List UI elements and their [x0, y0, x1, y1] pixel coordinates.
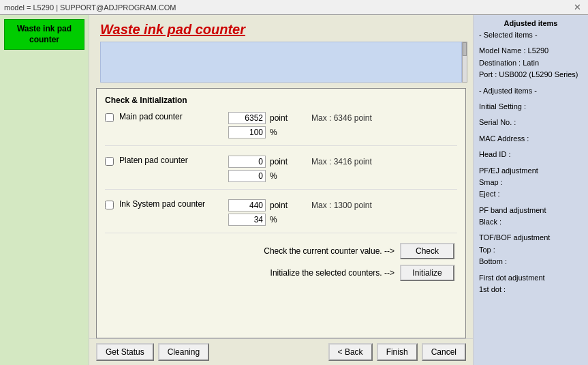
serial-no: Serial No. :	[479, 117, 583, 128]
platen-pad-max: Max : 3416 point	[311, 157, 372, 166]
first-dot-val: 1st dot :	[479, 284, 583, 295]
main-pad-max: Max : 6346 point	[311, 113, 372, 123]
ink-system-pad-unit1: point	[270, 201, 294, 210]
top: Top :	[479, 245, 583, 255]
bottom: Bottom :	[479, 257, 583, 267]
back-button[interactable]: < Back	[328, 343, 373, 361]
black: Black :	[479, 217, 583, 227]
check-action-label: Check the current counter value. -->	[264, 246, 394, 256]
main-pad-label: Main pad counter	[119, 112, 228, 121]
page-title: Waste ink pad counter	[89, 15, 473, 42]
main-pad-line1: point Max : 6346 point	[228, 112, 372, 124]
ink-system-pad-checkbox[interactable]	[105, 201, 114, 209]
initialize-action-label: Initialize the selected counters. -->	[270, 268, 394, 278]
right-panel: Adjusted items - Selected items - Model …	[474, 15, 588, 365]
platen-pad-unit1: point	[270, 157, 294, 166]
check-init-title: Check & Initialization	[105, 96, 457, 105]
main-pad-value2[interactable]	[228, 126, 266, 138]
main-pad-unit2: %	[270, 128, 294, 137]
cancel-button[interactable]: Cancel	[422, 343, 466, 361]
ink-system-pad-value2[interactable]	[228, 214, 266, 226]
platen-pad-checkbox[interactable]	[105, 157, 114, 166]
bottom-bar: Get Status Cleaning < Back Finish Cancel	[89, 338, 473, 365]
adjusted-header: - Adjusted items -	[479, 86, 583, 96]
platen-pad-label: Platen pad counter	[119, 156, 228, 165]
scrollbar-stub[interactable]	[462, 42, 467, 83]
head-id: Head ID :	[479, 149, 583, 160]
main-pad-values: point Max : 6346 point %	[228, 112, 372, 138]
destination: Destination : Latin	[479, 58, 583, 68]
cleaning-button[interactable]: Cleaning	[158, 343, 209, 361]
check-init-section: Check & Initialization Main pad counter …	[96, 88, 466, 338]
initial-setting: Initial Setting :	[479, 102, 583, 112]
port: Port : USB002 (L5290 Series)	[479, 70, 583, 80]
ink-system-pad-values: point Max : 1300 point %	[228, 199, 372, 226]
sidebar-item-waste-ink[interactable]: Waste ink pad counter	[4, 19, 84, 50]
platen-pad-value2[interactable]	[228, 170, 266, 182]
counter-row-platen: Platen pad counter point Max : 3416 poin…	[105, 156, 457, 190]
scrollbar-thumb[interactable]	[463, 42, 467, 56]
finish-button[interactable]: Finish	[377, 343, 418, 361]
ink-system-pad-unit2: %	[270, 215, 294, 224]
smap: Smap :	[479, 177, 583, 188]
platen-pad-value1[interactable]	[228, 156, 266, 168]
counter-row-main: Main pad counter point Max : 6346 point …	[105, 112, 457, 146]
get-status-button[interactable]: Get Status	[96, 343, 154, 361]
ink-system-pad-max: Max : 1300 point	[311, 201, 372, 210]
info-area-wrapper	[100, 42, 462, 83]
platen-pad-unit2: %	[270, 171, 294, 181]
title-bar: model = L5290 | SUPPORT@ADJPROGRAM.COM ✕	[0, 0, 588, 15]
center-panel: Waste ink pad counter Check & Initializa…	[89, 15, 474, 365]
pf-band: PF band adjustment	[479, 205, 583, 216]
eject: Eject :	[479, 189, 583, 199]
model-name: Model Name : L5290	[479, 46, 583, 56]
main-pad-value1[interactable]	[228, 112, 266, 124]
platen-pad-line2: %	[228, 170, 372, 182]
platen-pad-values: point Max : 3416 point %	[228, 156, 372, 182]
ink-system-pad-line2: %	[228, 214, 372, 226]
ink-system-pad-line1: point Max : 1300 point	[228, 199, 372, 211]
counter-row-ink-system: Ink System pad counter point Max : 1300 …	[105, 199, 457, 233]
right-panel-header: Adjusted items	[479, 19, 583, 27]
main-pad-line2: %	[228, 126, 372, 138]
initialize-button[interactable]: Initialize	[400, 265, 454, 281]
tof-bof: TOF/BOF adjustment	[479, 233, 583, 243]
info-area	[100, 42, 462, 83]
main-layout: Waste ink pad counter Waste ink pad coun…	[0, 15, 588, 365]
main-pad-unit1: point	[270, 113, 294, 123]
check-action-row: Check the current counter value. --> Che…	[105, 243, 457, 259]
title-bar-text: model = L5290 | SUPPORT@ADJPROGRAM.COM	[4, 3, 176, 12]
ink-system-pad-value1[interactable]	[228, 199, 266, 211]
platen-pad-line1: point Max : 3416 point	[228, 156, 372, 168]
selected-header: - Selected items -	[479, 30, 583, 40]
mac-address: MAC Address :	[479, 134, 583, 144]
check-button[interactable]: Check	[400, 243, 454, 259]
first-dot: First dot adjustment	[479, 273, 583, 283]
close-button[interactable]: ✕	[571, 3, 584, 12]
initialize-action-row: Initialize the selected counters. --> In…	[105, 265, 457, 281]
main-pad-checkbox[interactable]	[105, 113, 114, 122]
ink-system-pad-label: Ink System pad counter	[119, 199, 228, 209]
pf-ej: PF/EJ adjustment	[479, 166, 583, 176]
sidebar: Waste ink pad counter	[0, 15, 89, 365]
